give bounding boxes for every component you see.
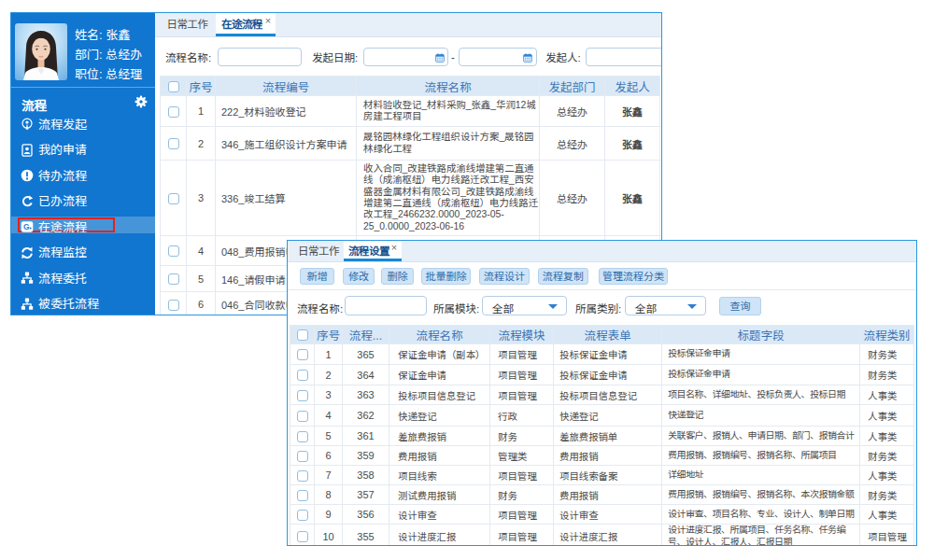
svg-text:G: G <box>23 222 30 231</box>
